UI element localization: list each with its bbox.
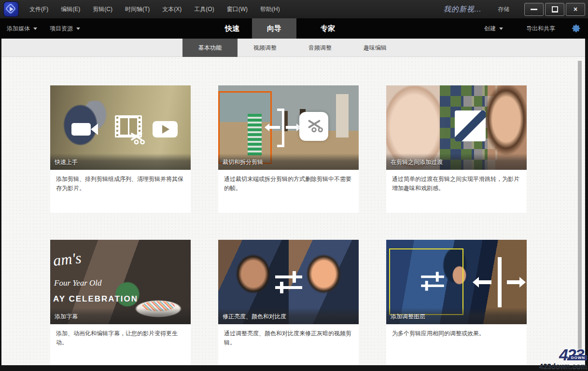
- menu-tools[interactable]: 工具(O): [188, 0, 220, 18]
- window-bottom-frame: [0, 365, 588, 371]
- menu-clip[interactable]: 剪辑(C): [86, 0, 119, 18]
- create-dropdown[interactable]: 创建: [477, 25, 509, 33]
- card-photo: 裁切和拆分剪辑: [218, 85, 359, 170]
- scissors-icon: [127, 129, 145, 146]
- photo-caption-text: AY CELEBRATION: [53, 294, 138, 304]
- card-title: 添加字幕: [55, 313, 78, 321]
- watermark-logo: 423 DOWN 423down.com: [528, 348, 587, 370]
- card-description: 添加、动画化和编辑字幕，让您的影片变得更生动。: [50, 324, 191, 365]
- video-camera-icon: [71, 123, 91, 136]
- create-label: 创建: [484, 25, 496, 33]
- card-title: 添加调整图层: [391, 313, 425, 321]
- trim-handle-icon: [268, 109, 297, 147]
- close-button[interactable]: ×: [566, 3, 585, 16]
- guided-content-area: 快速上手 添加剪辑、排列剪辑组成序列、清理剪辑并将其保存为影片。 裁切和拆分剪辑…: [1, 57, 585, 365]
- chevron-down-icon: [33, 27, 37, 30]
- card-title-strip: 在剪辑之间添加过渡: [386, 153, 527, 170]
- app-logo-icon: [4, 2, 18, 16]
- title-bar: 文件(F) 编辑(E) 剪辑(C) 时间轴(T) 文本(X) 工具(O) 窗口(…: [0, 0, 588, 18]
- scissors-badge: [299, 112, 328, 141]
- menu-edit[interactable]: 编辑(E): [55, 0, 86, 18]
- card-description: 通过裁切末端或拆分剪辑的方式删除剪辑中不需要的帧。: [218, 170, 359, 213]
- chevron-down-icon: [499, 27, 503, 30]
- tab-quick[interactable]: 快速: [212, 18, 252, 39]
- menu-window[interactable]: 窗口(W): [221, 0, 254, 18]
- adjustment-sliders-icon: [421, 269, 444, 294]
- mode-tab-bar: 快速 向导 专家: [212, 18, 349, 39]
- guided-card-transitions[interactable]: 在剪辑之间添加过渡 通过简单的过渡在剪辑之间实现平滑跳转，为影片增加趣味和戏剧感…: [386, 85, 527, 213]
- card-description: 通过简单的过渡在剪辑之间实现平滑跳转，为影片增加趣味和戏剧感。: [386, 170, 527, 213]
- chevron-down-icon: [76, 27, 80, 30]
- menu-file[interactable]: 文件(F): [23, 0, 55, 18]
- guided-card-brightness-color[interactable]: 修正亮度、颜色和对比度 通过调整亮度、颜色和对比度来修正灰暗的视频剪辑。: [218, 240, 359, 365]
- card-title: 在剪辑之间添加过渡: [391, 158, 443, 166]
- subtab-video-adjust[interactable]: 视频调整: [238, 39, 293, 57]
- play-button-icon: [153, 121, 178, 137]
- adjustment-sliders-icon: [275, 268, 302, 297]
- logo-play-icon: [10, 7, 14, 12]
- card-photo: am's Four Year Old AY CELEBRATION 添加字幕: [50, 240, 191, 324]
- extend-duration-icon: [476, 257, 522, 307]
- watermark-word: DOWN: [569, 355, 587, 360]
- minimize-button[interactable]: [524, 3, 544, 16]
- save-button[interactable]: 存储: [498, 5, 509, 14]
- subtab-fun-edits[interactable]: 趣味编辑: [348, 39, 403, 57]
- add-media-label: 添加媒体: [7, 25, 30, 33]
- guided-card-titles[interactable]: am's Four Year Old AY CELEBRATION 添加字幕 添…: [50, 240, 191, 365]
- restore-button[interactable]: [545, 3, 564, 16]
- menu-help[interactable]: 帮助(H): [254, 0, 286, 18]
- photo-caption-text: Four Year Old: [54, 278, 102, 288]
- tab-guided[interactable]: 向导: [252, 18, 296, 39]
- menu-text[interactable]: 文本(X): [156, 0, 188, 18]
- watermark-site: 423down.com: [528, 362, 587, 370]
- card-photo: 修正亮度、颜色和对比度: [218, 240, 359, 324]
- subtab-audio-adjust[interactable]: 音频调整: [293, 39, 348, 57]
- card-title-strip: 快速上手: [50, 153, 191, 170]
- project-assets-label: 项目资源: [50, 25, 73, 33]
- card-title-strip: 添加字幕: [50, 308, 191, 324]
- menu-timeline[interactable]: 时间轴(T): [119, 0, 156, 18]
- tab-expert[interactable]: 专家: [307, 18, 349, 39]
- guided-card-adjustment-layer[interactable]: 添加调整图层 为多个剪辑应用相同的调整或效果。: [386, 240, 527, 365]
- card-photo: 在剪辑之间添加过渡: [386, 85, 527, 170]
- settings-gear-icon[interactable]: [572, 24, 581, 33]
- guided-card-trim-split[interactable]: 裁切和拆分剪辑 通过裁切末端或拆分剪辑的方式删除剪辑中不需要的帧。: [218, 85, 359, 213]
- main-toolbar: 添加媒体 项目资源 快速 向导 专家 创建 导出和共享: [0, 18, 588, 39]
- project-assets-dropdown[interactable]: 项目资源: [43, 25, 86, 33]
- card-description: 通过调整亮度、颜色和对比度来修正灰暗的视频剪辑。: [218, 324, 359, 365]
- card-title: 裁切和拆分剪辑: [223, 158, 263, 166]
- card-title: 修正亮度、颜色和对比度: [223, 313, 286, 321]
- card-photo: 快速上手: [50, 85, 191, 170]
- card-title-strip: 裁切和拆分剪辑: [218, 153, 359, 170]
- minimize-icon: [531, 9, 537, 10]
- card-title-strip: 修正亮度、颜色和对比度: [218, 308, 359, 324]
- guided-card-get-started[interactable]: 快速上手 添加剪辑、排列剪辑组成序列、清理剪辑并将其保存为影片。: [50, 85, 191, 213]
- project-name: 我的新视...: [444, 5, 481, 14]
- restore-icon: [552, 7, 558, 12]
- card-description: 为多个剪辑应用相同的调整或效果。: [386, 324, 527, 365]
- scissors-icon: [305, 116, 323, 134]
- vertical-scrollbar[interactable]: [578, 61, 582, 358]
- photo-caption-text: am's: [52, 249, 82, 270]
- card-title: 快速上手: [55, 158, 78, 166]
- close-icon: ×: [574, 6, 577, 13]
- subtab-basics[interactable]: 基本功能: [182, 39, 238, 57]
- add-media-dropdown[interactable]: 添加媒体: [0, 25, 43, 33]
- transition-icon: [455, 110, 486, 141]
- card-description: 添加剪辑、排列剪辑组成序列、清理剪辑并将其保存为影片。: [50, 170, 191, 213]
- card-photo: 添加调整图层: [386, 240, 527, 324]
- card-title-strip: 添加调整图层: [386, 308, 527, 324]
- export-share-button[interactable]: 导出和共享: [519, 25, 561, 33]
- guided-subtab-bar: 基本功能 视频调整 音频调整 趣味编辑: [1, 39, 585, 57]
